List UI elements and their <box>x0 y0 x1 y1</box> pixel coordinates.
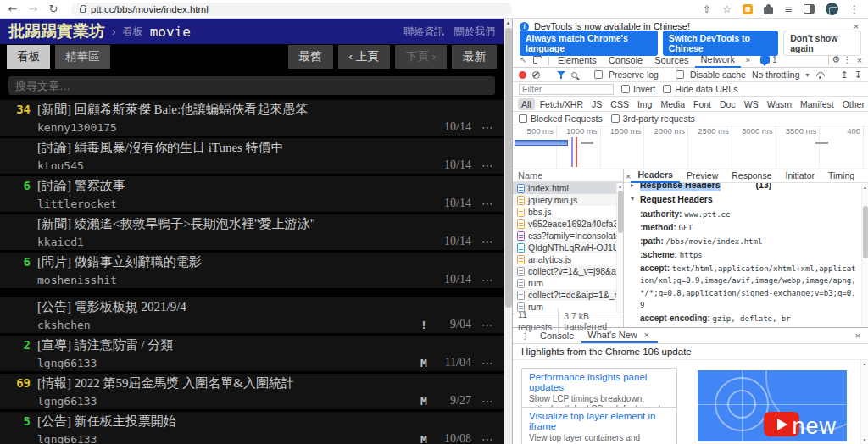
clear-icon[interactable] <box>532 71 540 79</box>
pill-font[interactable]: Font <box>690 98 715 110</box>
post-title-link[interactable]: [新聞] 綾瀨遙<救救旱鴨子>長期泡水裡"愛上游泳" <box>37 216 315 232</box>
import-har-icon[interactable]: ↥ <box>841 69 849 80</box>
network-conditions-icon[interactable] <box>815 72 824 78</box>
network-overview-timeline[interactable]: 500 ms 1000 ms 1500 ms 2000 ms 2500 ms 3… <box>513 125 868 169</box>
triangle-right-icon[interactable]: ▸ <box>631 183 640 191</box>
request-list-scrollbar[interactable]: ▲ <box>616 183 623 313</box>
reload-icon[interactable]: ↻ <box>47 1 59 18</box>
export-har-icon[interactable]: ↧ <box>854 69 862 80</box>
scrollbar-thumb[interactable] <box>505 28 512 308</box>
contact-link[interactable]: 聯絡資訊 <box>403 25 444 39</box>
post-author[interactable]: moshenisshit <box>37 274 414 286</box>
forward-icon[interactable]: → <box>27 1 39 18</box>
details-scrollbar[interactable]: ▲ <box>861 184 868 327</box>
post-menu-icon[interactable]: ⋯ <box>471 158 504 172</box>
tab-console[interactable]: Console <box>603 53 648 67</box>
tab-list-icon[interactable]: ≡ <box>784 3 793 16</box>
tab-cookies[interactable]: Cookies <box>861 169 868 182</box>
post-menu-icon[interactable]: ⋯ <box>471 356 504 369</box>
scroll-up-icon[interactable]: ▲ <box>617 183 623 190</box>
page-scrollbar[interactable]: ▲ <box>504 19 512 444</box>
pill-fetch-xhr[interactable]: Fetch/XHR <box>537 98 587 110</box>
post-menu-icon[interactable]: ⋯ <box>471 432 504 444</box>
request-row[interactable]: collect?t=dc&aip=1&_r=3&v... <box>513 289 623 301</box>
scroll-up-icon[interactable]: ▲ <box>861 360 868 368</box>
whats-new-video-banner[interactable]: new <box>698 370 847 441</box>
tab-sources[interactable]: Sources <box>648 53 694 67</box>
post-title-link[interactable]: [情報] 2022 第59屆金馬獎 入圍名單&入圍統計 <box>37 375 294 391</box>
pill-manifest[interactable]: Manifest <box>797 98 837 110</box>
filter-input[interactable] <box>519 84 614 95</box>
post-title-link[interactable]: [公告] 新任板主投票開始 <box>37 413 176 430</box>
whats-new-close-icon[interactable]: × <box>642 328 652 341</box>
pill-wasm[interactable]: Wasm <box>764 98 795 110</box>
pill-ws[interactable]: WS <box>741 98 762 110</box>
device-toolbar-icon[interactable] <box>533 56 542 64</box>
post-author[interactable]: kenny1300175 <box>37 121 414 134</box>
request-row[interactable]: QIdgNThLqRwH-OJ1UHjIKEN... <box>513 241 623 253</box>
pill-css[interactable]: CSS <box>607 98 632 110</box>
pill-other[interactable]: Other <box>839 98 868 110</box>
newest-button[interactable]: 最新 <box>452 45 497 69</box>
oldest-button[interactable]: 最舊 <box>288 45 333 69</box>
drawer-scrollbar[interactable]: ▲ ▼ <box>860 360 868 444</box>
post-author[interactable]: lgng66133 <box>37 433 414 444</box>
scroll-up-icon[interactable]: ▲ <box>862 184 868 191</box>
post-menu-icon[interactable]: ⋯ <box>471 394 504 408</box>
preserve-log-checkbox[interactable] <box>594 70 603 79</box>
devtools-menu-icon[interactable]: ⋮ <box>840 55 854 64</box>
scrollbar-thumb[interactable] <box>863 206 868 258</box>
about-link[interactable]: 關於我們 <box>454 25 495 39</box>
tab-headers[interactable]: Headers <box>631 169 679 183</box>
request-row[interactable]: v652eace1692a40cfa3763df6... <box>513 218 623 230</box>
post-menu-icon[interactable]: ⋯ <box>471 235 504 248</box>
scroll-down-icon[interactable]: ▼ <box>861 436 868 444</box>
post-title-link[interactable]: [討論] 緝毒風暴/沒有你的生日 iTunes 特價中 <box>37 140 284 156</box>
post-menu-icon[interactable]: ⋯ <box>471 318 504 331</box>
scroll-up-icon[interactable]: ▲ <box>504 19 512 27</box>
bookmark-star-icon[interactable]: ☆ <box>722 3 732 16</box>
post-author[interactable]: kkaicd1 <box>37 236 414 248</box>
pill-img[interactable]: Img <box>634 98 656 110</box>
drawer-close-icon[interactable]: × <box>853 330 863 341</box>
post-title-link[interactable]: [公告] 電影板板規 2021/9/4 <box>37 299 186 315</box>
post-author[interactable]: ckshchen <box>37 319 414 331</box>
request-row[interactable]: jquery.min.js <box>513 194 623 206</box>
post-title-link[interactable]: [宣導] 請注意防雷 / 分類 <box>37 337 173 353</box>
request-row[interactable]: collect?v=1&_v=j98&a=8077... <box>513 265 623 277</box>
card-link[interactable]: Visualize top layer element in iframe <box>529 411 670 431</box>
post-menu-icon[interactable]: ⋯ <box>471 197 504 210</box>
scrollbar-thumb[interactable] <box>618 191 623 233</box>
pill-media[interactable]: Media <box>657 98 688 110</box>
post-title-link[interactable]: [討論] 警察故事 <box>37 178 125 194</box>
board-name[interactable]: movie <box>150 24 191 40</box>
name-column-header[interactable]: Name <box>513 169 623 182</box>
search-icon[interactable] <box>571 72 577 78</box>
record-icon[interactable] <box>519 71 526 79</box>
third-party-checkbox[interactable] <box>611 114 620 123</box>
post-title-link[interactable]: [問片] 做錯事立刻辭職的電影 <box>37 254 202 270</box>
pill-js[interactable]: JS <box>588 98 605 110</box>
throttling-select[interactable]: No throttling <box>752 69 800 80</box>
request-row[interactable]: bbs.js <box>513 206 623 218</box>
card-link[interactable]: Performance insights panel updates <box>529 372 670 392</box>
request-row[interactable]: index.html <box>513 182 623 194</box>
back-icon[interactable]: ← <box>7 1 19 18</box>
side-panel-icon[interactable] <box>804 4 815 14</box>
settings-gear-icon[interactable]: ⚙ <box>832 54 840 65</box>
invert-checkbox[interactable] <box>621 85 630 93</box>
share-icon[interactable]: ⇧ <box>703 3 711 16</box>
tab-preview[interactable]: Preview <box>680 169 725 182</box>
request-row[interactable]: css?family=Inconsolata <box>513 230 623 241</box>
site-brand[interactable]: 批踢踢實業坊 <box>8 20 105 42</box>
request-row[interactable]: analytics.js <box>513 253 623 265</box>
devtools-close-icon[interactable]: × <box>854 55 865 65</box>
request-row[interactable]: rum <box>513 277 623 289</box>
issues-icon[interactable] <box>760 56 770 64</box>
post-author[interactable]: ktou545 <box>37 159 414 172</box>
address-bar[interactable]: ptt.cc/bbs/movie/index.html <box>71 3 512 16</box>
blocked-requests-checkbox[interactable] <box>519 114 527 123</box>
request-headers-section[interactable]: ▾ Request Headers <box>631 191 858 207</box>
post-menu-icon[interactable]: ⋯ <box>471 273 504 286</box>
post-title-link[interactable]: [新聞] 回顧希斯萊傑 Bale:他讓蝙蝠俠看起來愚笨 <box>37 102 308 118</box>
